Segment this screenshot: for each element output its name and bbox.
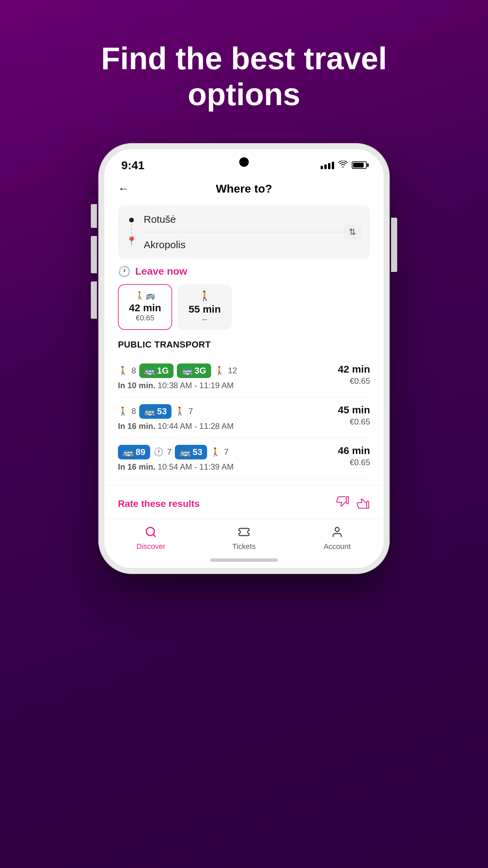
walk-num-2: 7	[188, 407, 193, 416]
phone-screen: 9:41	[104, 149, 384, 568]
in-min-3: In 16 min. 10:54 AM - 11:39 AM	[118, 462, 234, 472]
wait-icon: 🕐	[154, 447, 164, 457]
leave-now-section[interactable]: 🕐 Leave now	[104, 265, 384, 284]
mode-selector: 🚶 🚌 42 min €0.65 🚶 55 min --	[104, 284, 384, 339]
tickets-label: Tickets	[232, 542, 256, 551]
nav-account[interactable]: Account	[317, 526, 358, 551]
route-cost-3: €0.65	[338, 458, 370, 467]
route-tags-1: 🚶 8 🚌1G 🚌3G 🚶 12	[118, 363, 338, 378]
thumbs-down-button[interactable]	[336, 496, 350, 512]
route-time-row-3: In 16 min. 10:54 AM - 11:39 AM	[118, 462, 338, 472]
bus-tag-53: 🚌53	[139, 404, 171, 419]
route-list: 🚶 8 🚌1G 🚌3G 🚶 12 In 10	[104, 357, 384, 479]
section-title: PUBLIC TRANSPORT	[104, 339, 384, 357]
account-icon	[331, 526, 343, 539]
transit-mode-card[interactable]: 🚶 🚌 42 min €0.65	[118, 284, 172, 330]
walk-price: --	[202, 315, 207, 324]
origin-field[interactable]: Rotušė	[144, 212, 362, 226]
destination-field[interactable]: Akropolis	[144, 238, 362, 252]
discover-label: Discover	[137, 542, 166, 551]
status-bar: 9:41	[104, 149, 384, 175]
walk-icon: 🚶	[210, 447, 221, 457]
route-tags-3: 🚌89 🕐 7 🚌53 🚶 7	[118, 445, 338, 459]
bus-tag-1g: 🚌1G	[139, 363, 174, 378]
svg-point-2	[335, 527, 339, 531]
wifi-icon	[338, 160, 348, 171]
bus-tag-3g: 🚌3G	[177, 363, 211, 378]
account-label: Account	[324, 542, 351, 551]
route-time-row-1: In 10 min. 10:38 AM - 11:19 AM	[118, 381, 338, 390]
bus-icon: 🚌	[123, 447, 134, 457]
bus-icon: 🚌	[144, 406, 155, 417]
destination-pin-icon: 📍	[126, 236, 137, 246]
bus-icon: 🚌	[180, 447, 190, 457]
route-cost-2: €0.65	[338, 417, 370, 427]
app-header: ← Where to?	[104, 175, 384, 202]
back-button[interactable]: ←	[118, 182, 129, 195]
walk-num: 7	[224, 447, 228, 457]
route-duration-1: 42 min	[338, 363, 370, 375]
route-right-2: 45 min €0.65	[338, 404, 370, 427]
route-line	[131, 224, 132, 234]
bus-tag-53b: 🚌53	[175, 445, 207, 459]
walk-icon-2: 🚶	[215, 366, 225, 375]
route-time-row-2: In 16 min. 10:44 AM - 11:28 AM	[118, 421, 338, 431]
clock-icon: 🕐	[118, 265, 130, 277]
origin-dot	[129, 218, 134, 222]
status-time: 9:41	[121, 159, 144, 172]
route-right-1: 42 min €0.65	[338, 363, 370, 386]
walk-icon: 🚶	[118, 407, 128, 416]
transit-time: 42 min	[129, 302, 161, 314]
bus-icon: 🚌	[144, 366, 155, 376]
route-row[interactable]: 🚌89 🕐 7 🚌53 🚶 7 In 16 min. 10:54 AM - 1	[118, 438, 370, 479]
route-right-3: 46 min €0.65	[338, 445, 370, 467]
search-box: 📍 Rotušė Akropolis ⇅	[118, 205, 370, 259]
leave-now-label: Leave now	[135, 265, 187, 277]
walk-num: 8	[131, 366, 136, 375]
status-icons	[321, 160, 367, 171]
nav-tickets[interactable]: Tickets	[224, 526, 264, 551]
route-duration-3: 46 min	[338, 445, 370, 456]
walk-icon-2: 🚶	[175, 407, 185, 416]
rate-section: Rate these results	[104, 486, 384, 519]
walk-num: 8	[131, 407, 136, 416]
search-fields: Rotušė Akropolis	[144, 212, 362, 252]
search-divider	[144, 232, 362, 232]
headline-line2: options	[101, 77, 387, 113]
route-row[interactable]: 🚶 8 🚌53 🚶 7 In 16 min. 10:44 AM - 11:28 …	[118, 397, 370, 438]
home-indicator	[210, 558, 278, 562]
transit-price: €0.65	[136, 314, 154, 322]
walk-mode-icon: 🚶	[199, 290, 211, 301]
in-min-1: In 10 min. 10:38 AM - 11:19 AM	[118, 381, 234, 390]
route-duration-2: 45 min	[338, 404, 370, 416]
rate-label: Rate these results	[118, 498, 200, 509]
phone-frame: 9:41	[98, 143, 390, 574]
rate-icons	[336, 496, 370, 512]
route-dots: 📍	[126, 218, 137, 246]
bottom-nav: Discover Tickets	[104, 519, 384, 554]
signal-icon	[321, 161, 334, 169]
phone-side-button-right	[391, 218, 397, 272]
route-left-1: 🚶 8 🚌1G 🚌3G 🚶 12 In 10	[118, 363, 338, 390]
nav-discover[interactable]: Discover	[130, 526, 171, 551]
route-left-2: 🚶 8 🚌53 🚶 7 In 16 min. 10:44 AM - 11:28 …	[118, 404, 338, 431]
route-row[interactable]: 🚶 8 🚌1G 🚌3G 🚶 12 In 10	[118, 357, 370, 397]
walk-time: 55 min	[188, 303, 221, 315]
wait-num: 7	[167, 447, 171, 457]
status-camera	[239, 157, 249, 167]
walk-num-2: 12	[228, 366, 237, 375]
swap-button[interactable]: ⇅	[343, 222, 362, 241]
thumbs-up-button[interactable]	[357, 496, 370, 512]
bus-tag-89: 🚌89	[118, 445, 150, 459]
svg-line-1	[153, 534, 156, 537]
headline: Find the best travel options	[54, 41, 434, 113]
route-cost-1: €0.65	[338, 376, 370, 386]
header-title: Where to?	[216, 182, 272, 195]
walk-mode-card[interactable]: 🚶 55 min --	[178, 284, 232, 330]
battery-icon	[352, 161, 367, 169]
walk-icon: 🚶	[118, 366, 128, 375]
route-left-3: 🚌89 🕐 7 🚌53 🚶 7 In 16 min. 10:54 AM - 1	[118, 445, 338, 472]
phone-side-buttons-left	[91, 204, 97, 319]
transit-mode-icons: 🚶 🚌	[135, 291, 155, 300]
in-min-2: In 16 min. 10:44 AM - 11:28 AM	[118, 421, 234, 431]
